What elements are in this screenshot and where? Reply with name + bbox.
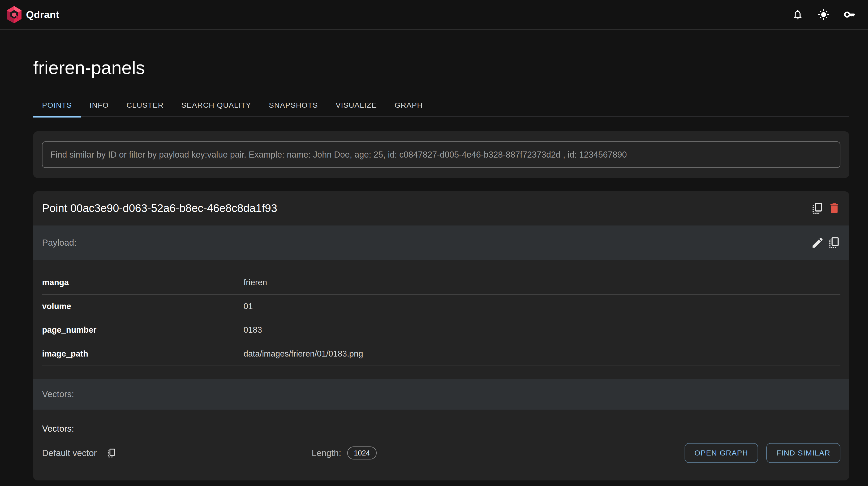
copy-point-button[interactable] [809,200,826,217]
copy-payload-button[interactable] [826,234,843,251]
payload-value: 0183 [244,325,840,335]
brand-name: Qdrant [26,9,59,21]
vectors-band: Vectors: [33,379,849,410]
tab-visualize[interactable]: VISUALIZE [327,94,386,117]
copy-icon [828,236,841,249]
tab-snapshots[interactable]: SNAPSHOTS [260,94,327,117]
copy-icon [811,202,824,215]
notifications-bell-icon [792,9,804,21]
payload-row: volume 01 [42,295,840,319]
payload-row: image_path data/images/frieren/01/0183.p… [42,342,840,366]
payload-row: manga frieren [42,271,840,295]
copy-icon [106,448,117,458]
tab-graph[interactable]: GRAPH [386,94,432,117]
collection-tabs: POINTS INFO CLUSTER SEARCH QUALITY SNAPS… [33,94,849,117]
theme-sun-icon [818,9,830,21]
payload-key: page_number [42,325,243,335]
api-key-icon [844,8,856,21]
delete-point-button[interactable] [826,200,843,217]
length-chip: 1024 [347,447,376,459]
length-label: Length: [312,448,341,458]
tab-info[interactable]: INFO [81,94,118,117]
vector-length-group: Length: 1024 [312,447,376,459]
vectors-band-label: Vectors: [42,389,74,399]
edit-payload-button[interactable] [809,234,826,251]
payload-key: image_path [42,349,243,359]
payload-value: 01 [244,302,840,311]
copy-vector-button[interactable] [104,446,119,460]
vector-actions: OPEN GRAPH FIND SIMILAR [685,443,840,463]
find-similar-button[interactable]: FIND SIMILAR [766,443,840,463]
payload-table: manga frieren volume 01 page_number 0183… [33,260,849,366]
edit-pencil-icon [811,236,824,249]
payload-key: manga [42,278,243,287]
notifications-button[interactable] [789,6,806,23]
topbar-actions [789,6,862,23]
tab-cluster[interactable]: CLUSTER [118,94,173,117]
default-vector-row: Default vector Length: 1024 OPEN GRAPH F… [42,441,840,465]
find-similar-input[interactable] [42,141,840,168]
search-card [33,131,849,178]
payload-value: data/images/frieren/01/0183.png [244,349,840,359]
qdrant-brand[interactable]: Qdrant [7,6,59,23]
vectors-label: Vectors: [42,424,840,434]
top-app-bar: Qdrant [0,0,868,30]
point-card: Point 00ac3e90-d063-52a6-b8ec-46e8c8da1f… [33,191,849,481]
point-header: Point 00ac3e90-d063-52a6-b8ec-46e8c8da1f… [33,191,849,226]
tab-points[interactable]: POINTS [33,94,81,117]
delete-trash-icon [828,202,841,215]
vectors-section: Vectors: Default vector Length: 1024 OPE… [33,424,849,465]
tab-search-quality[interactable]: SEARCH QUALITY [173,94,260,117]
payload-key: volume [42,302,243,311]
open-graph-button[interactable]: OPEN GRAPH [685,443,758,463]
payload-value: frieren [244,278,840,287]
theme-toggle-button[interactable] [815,6,832,23]
payload-band: Payload: [33,226,849,260]
payload-row: page_number 0183 [42,318,840,342]
qdrant-dashboard: Qdrant frieren-panels POINTS [0,0,868,486]
point-title: Point 00ac3e90-d063-52a6-b8ec-46e8c8da1f… [42,202,277,215]
qdrant-logo-icon [7,6,22,23]
page-title: frieren-panels [33,57,849,79]
payload-label: Payload: [42,238,76,248]
api-key-button[interactable] [841,6,858,23]
default-vector-label: Default vector [42,448,97,458]
